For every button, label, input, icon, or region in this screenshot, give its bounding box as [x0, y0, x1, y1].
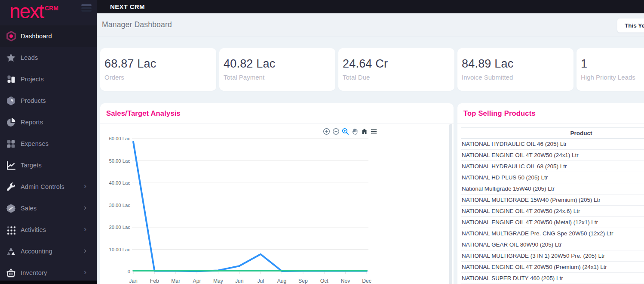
period-select-button[interactable]: This Year: [617, 18, 644, 33]
table-row: NATIONAL GEAR OIL 80W90 (205) Ltr: [461, 239, 644, 250]
sidebar-toggle-icon[interactable]: [81, 4, 92, 12]
top-products-panel: Top Selling Products Product NATIONAL HY…: [457, 103, 644, 284]
sidebar-item-label: Expenses: [21, 140, 49, 147]
x-axis-tick-label: Feb: [150, 278, 159, 284]
pie-chart-icon: [5, 117, 17, 128]
y-axis-tick-label: 20.00 Lac: [109, 225, 130, 230]
chevron-right-icon: ›: [84, 224, 86, 234]
y-axis-tick-label: 60.00 Lac: [109, 136, 130, 141]
table-row: NATIONAL MULTIGRADE (3 IN 1) 20W50 Pre. …: [461, 250, 644, 262]
dots-grid-icon: [5, 224, 17, 236]
sidebar-item-accounting[interactable]: Accounting›: [0, 241, 97, 262]
sidebar-item-label: Leads: [21, 54, 38, 61]
x-axis-tick-label: Apr: [193, 278, 201, 284]
top-products-table: Product NATIONAL HYDRAULIC OIL 46 (205) …: [461, 127, 644, 284]
y-axis-tick-label: 30.00 Lac: [109, 203, 130, 208]
sidebar-item-products[interactable]: Products: [0, 90, 97, 111]
stat-value: 1: [581, 57, 644, 71]
page-header: Manager Dashboard This Year: [97, 13, 644, 37]
chevron-right-icon: ›: [84, 203, 86, 212]
sidebar-item-targets[interactable]: Targets: [0, 154, 97, 176]
sidebar-item-label: Reports: [21, 119, 43, 126]
x-axis-tick-label: Sep: [298, 278, 308, 284]
sidebar-item-activities[interactable]: Activities›: [0, 219, 97, 241]
grid-icon: [5, 138, 17, 150]
chevron-right-icon: ›: [84, 267, 86, 277]
stat-label: Invoice Submitted: [462, 74, 569, 81]
top-products-panel-header: Top Selling Products: [457, 103, 644, 123]
x-axis-tick-label: Aug: [277, 278, 287, 284]
y-axis-tick-label: 10.00 Lac: [109, 247, 130, 252]
stat-label: Total Due: [343, 74, 450, 81]
product-name-cell: NATIONAL GEAR OIL 80W90 (205) Ltr: [461, 239, 644, 250]
sidebar-item-label: Inventory: [21, 269, 47, 276]
table-row: NATIONAL HYDRAULIC OIL 68 (205) Ltr: [461, 161, 644, 172]
stat-label: Orders: [104, 74, 212, 81]
stat-value: 24.64 Cr: [343, 57, 450, 71]
sidebar-item-expenses[interactable]: Expenses: [0, 133, 97, 154]
sidebar-item-label: Admin Controls: [21, 183, 64, 190]
product-column-header: Product: [461, 128, 644, 139]
product-name-cell: NATIONAL ENGINE OIL 4T 20W50 (24x1) Ltr: [461, 150, 644, 161]
sidebar-item-label: Products: [21, 97, 46, 104]
stat-card-total-due: 24.64 CrTotal Due: [338, 48, 454, 91]
table-row: NATIONAL HYDRAULIC OIL 46 (205) Ltr: [461, 139, 644, 150]
y-axis-tick-label: 40.00 Lac: [109, 180, 130, 185]
stat-label: Total Payment: [224, 74, 331, 81]
y-axis-tick-label: 50.00 Lac: [109, 158, 130, 164]
stat-card-high-priority-leads: 1High Priority Leads: [577, 48, 644, 91]
stat-value: 68.87 Lac: [104, 57, 212, 71]
sidebar-item-reports[interactable]: Reports: [0, 111, 97, 133]
brand-logo-suffix: CRM: [45, 5, 58, 12]
product-name-cell: NATIONAL MULTIGRADE 15W40 (Premium) (205…: [461, 194, 644, 206]
table-row: NATIONAL ENGINE OIL 4T 20W50 (Metal) (12…: [461, 217, 644, 228]
product-name-cell: NATIONAL ENGINE OIL 4T 20W50 (Metal) (12…: [461, 217, 644, 228]
star-icon: [5, 52, 17, 64]
page-title: Manager Dashboard: [102, 20, 172, 29]
chart-line-icon: [5, 160, 17, 171]
stat-value: 40.82 Lac: [224, 57, 331, 71]
sidebar-item-sales[interactable]: Sales›: [0, 198, 97, 219]
sidebar-item-label: Targets: [21, 162, 42, 169]
product-name-cell: National Multigrade 15W40 (205) Ltr: [461, 183, 644, 194]
stat-value: 84.89 Lac: [462, 57, 569, 71]
product-name-cell: NATIONAL HD PLUS 50 (205) Ltr: [461, 172, 644, 183]
product-name-cell: NATIONAL HYDRAULIC OIL 68 (205) Ltr: [461, 161, 644, 172]
sidebar-item-projects[interactable]: Projects: [0, 68, 97, 90]
sidebar-item-label: Activities: [21, 226, 46, 233]
x-axis-tick-label: Oct: [320, 278, 329, 284]
sidebar-item-label: Accounting: [21, 248, 52, 255]
sidebar: nextCRM DashboardLeadsProjectsProductsRe…: [0, 0, 97, 284]
table-row: NATIONAL ENGINE OIL 4T 20W50 (Premium) (…: [461, 262, 644, 273]
sidebar-bottom-strip: [0, 281, 97, 284]
stat-card-orders: 68.87 LacOrders: [100, 48, 216, 91]
basket-icon: [5, 267, 17, 279]
product-name-cell: NATIONAL SUPER DUTY 460 (205) Ltr: [461, 273, 644, 284]
x-axis-tick-label: May: [213, 278, 224, 284]
product-name-cell: NATIONAL ENGINE OIL 4T 20W50 (24x.6) Ltr: [461, 206, 644, 217]
sidebar-item-label: Projects: [21, 76, 44, 83]
table-header-row: Product: [461, 128, 644, 139]
product-name-cell: NATIONAL ENGINE OIL 4T 20W50 (Premium) (…: [461, 262, 644, 273]
app-title: NEXT CRM: [110, 3, 145, 10]
product-name-cell: NATIONAL MULTIGRADE Pre. CNG Spe 20W50 (…: [461, 228, 644, 239]
wrench-icon: [5, 181, 17, 193]
sidebar-item-admin-controls[interactable]: Admin Controls›: [0, 176, 97, 198]
hexagon-dot-icon: [5, 31, 17, 42]
sales-target-panel-header: Sales/Target Analysis: [100, 103, 454, 123]
sidebar-item-dashboard[interactable]: Dashboard: [0, 25, 97, 47]
badge-icon: [5, 203, 17, 214]
y-axis-tick-label: 0: [128, 269, 130, 274]
table-row: NATIONAL ENGINE OIL 4T 20W50 (24x1) Ltr: [461, 150, 644, 161]
chart-panel-scrollbar[interactable]: [449, 124, 452, 284]
chevron-right-icon: ›: [84, 246, 86, 255]
table-row: NATIONAL SUPER DUTY 460 (205) Ltr: [461, 273, 644, 284]
sales-target-chart[interactable]: 60.00 Lac50.00 Lac40.00 Lac30.00 Lac20.0…: [100, 133, 375, 284]
top-products-panel-title: Top Selling Products: [463, 109, 536, 117]
sales-target-panel-title: Sales/Target Analysis: [106, 109, 181, 117]
sidebar-item-leads[interactable]: Leads: [0, 47, 97, 68]
product-name-cell: NATIONAL MULTIGRADE (3 IN 1) 20W50 Pre. …: [461, 250, 644, 262]
table-row: NATIONAL HD PLUS 50 (205) Ltr: [461, 172, 644, 183]
product-name-cell: NATIONAL HYDRAULIC OIL 46 (205) Ltr: [461, 139, 644, 150]
stat-card-invoice-submitted: 84.89 LacInvoice Submitted: [457, 48, 573, 91]
